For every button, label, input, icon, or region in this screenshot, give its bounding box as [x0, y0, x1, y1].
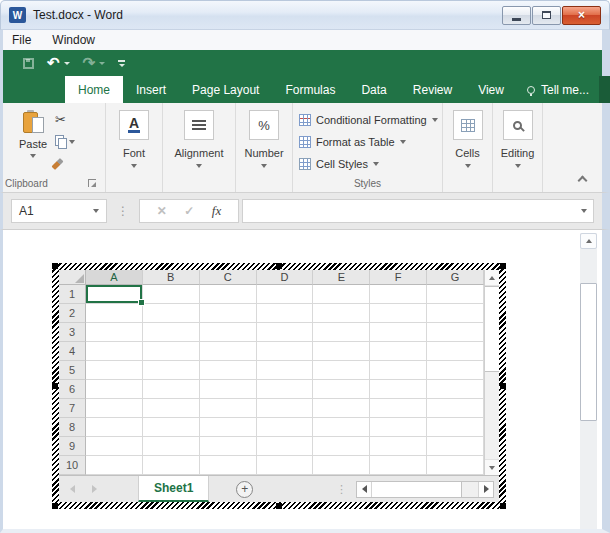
title-bar[interactable]: W Test.docx - Word ×	[0, 0, 610, 30]
cell-b1[interactable]	[143, 285, 200, 304]
row-header-9[interactable]: 9	[59, 437, 86, 456]
cell-g10[interactable]	[427, 456, 484, 475]
editing-group-button[interactable]: Editing	[493, 103, 543, 192]
menu-item-window[interactable]: Window	[52, 33, 95, 47]
column-header-b[interactable]: B	[143, 270, 200, 285]
row-header-7[interactable]: 7	[59, 399, 86, 418]
resize-handle[interactable]	[500, 263, 506, 269]
resize-handle[interactable]	[52, 503, 58, 509]
cell-g4[interactable]	[427, 342, 484, 361]
row-header-8[interactable]: 8	[59, 418, 86, 437]
column-header-d[interactable]: D	[257, 270, 314, 285]
row-header-3[interactable]: 3	[59, 323, 86, 342]
doc-scroll-thumb[interactable]	[580, 283, 597, 421]
new-sheet-button[interactable]: +	[236, 481, 253, 498]
sheet-bar-drag-handle[interactable]: ⋮	[336, 483, 347, 496]
cut-button[interactable]: ✂	[55, 112, 75, 127]
sheet-vertical-scrollbar[interactable]	[484, 270, 499, 475]
maximize-button[interactable]	[532, 6, 561, 25]
cell-e2[interactable]	[313, 304, 370, 323]
redo-dropdown-icon[interactable]	[99, 62, 105, 65]
cell-f9[interactable]	[370, 437, 427, 456]
cell-b5[interactable]	[143, 361, 200, 380]
tab-page-layout[interactable]: Page Layout	[179, 76, 272, 103]
cell-d9[interactable]	[257, 437, 314, 456]
minimize-button[interactable]	[502, 6, 531, 25]
cell-c5[interactable]	[200, 361, 257, 380]
redo-button[interactable]: ↷	[83, 56, 106, 70]
cell-d3[interactable]	[257, 323, 314, 342]
cells-dropdown-icon[interactable]	[465, 164, 471, 168]
cell-d7[interactable]	[257, 399, 314, 418]
prev-sheet-icon[interactable]	[70, 485, 75, 493]
cell-d10[interactable]	[257, 456, 314, 475]
cell-a5[interactable]	[86, 361, 143, 380]
cell-f2[interactable]	[370, 304, 427, 323]
resize-handle[interactable]	[52, 263, 58, 269]
tab-view[interactable]: View	[465, 76, 517, 103]
cell-g8[interactable]	[427, 418, 484, 437]
resize-handle[interactable]	[276, 503, 282, 509]
cell-c8[interactable]	[200, 418, 257, 437]
next-sheet-icon[interactable]	[92, 485, 97, 493]
tab-insert[interactable]: Insert	[123, 76, 179, 103]
cell-g3[interactable]	[427, 323, 484, 342]
cell-a7[interactable]	[86, 399, 143, 418]
formula-bar-drag-handle[interactable]: ⋮	[117, 204, 129, 218]
menu-item-file[interactable]: File	[12, 33, 31, 47]
row-header-6[interactable]: 6	[59, 380, 86, 399]
conditional-formatting-dropdown-icon[interactable]	[432, 118, 438, 122]
copy-dropdown-icon[interactable]	[69, 140, 75, 144]
cell-a4[interactable]	[86, 342, 143, 361]
formula-input[interactable]	[242, 199, 594, 223]
number-group-button[interactable]: % Number	[236, 103, 293, 192]
cell-styles-button[interactable]: Cell Styles	[299, 153, 438, 175]
cell-f5[interactable]	[370, 361, 427, 380]
column-header-f[interactable]: F	[370, 270, 427, 285]
close-button[interactable]: ×	[562, 6, 601, 25]
collapse-ribbon-icon[interactable]	[578, 176, 588, 186]
scroll-right-button[interactable]	[478, 482, 493, 497]
embedded-excel-object[interactable]: ABCDEFG 12345678910 Sheet1	[52, 263, 506, 509]
select-all-corner[interactable]	[59, 270, 86, 285]
tell-me-button[interactable]: Tell me...	[517, 76, 599, 103]
column-header-e[interactable]: E	[313, 270, 370, 285]
cell-d8[interactable]	[257, 418, 314, 437]
cell-b8[interactable]	[143, 418, 200, 437]
format-as-table-button[interactable]: Format as Table	[299, 131, 438, 153]
cell-e6[interactable]	[313, 380, 370, 399]
alignment-group-button[interactable]: Alignment	[163, 103, 236, 192]
cell-f1[interactable]	[370, 285, 427, 304]
row-header-2[interactable]: 2	[59, 304, 86, 323]
cell-c10[interactable]	[200, 456, 257, 475]
tab-home[interactable]: Home	[65, 76, 123, 103]
cell-c2[interactable]	[200, 304, 257, 323]
scroll-up-button[interactable]	[485, 270, 499, 286]
editing-dropdown-icon[interactable]	[515, 164, 521, 168]
cell-b7[interactable]	[143, 399, 200, 418]
cell-f4[interactable]	[370, 342, 427, 361]
vertical-scroll-thumb[interactable]	[485, 286, 499, 372]
row-header-4[interactable]: 4	[59, 342, 86, 361]
cell-a2[interactable]	[86, 304, 143, 323]
cell-a6[interactable]	[86, 380, 143, 399]
font-group-button[interactable]: A Font	[106, 103, 163, 192]
cell-e10[interactable]	[313, 456, 370, 475]
expand-formula-bar-icon[interactable]	[581, 209, 587, 213]
cell-d1[interactable]	[257, 285, 314, 304]
document-vertical-scrollbar[interactable]	[580, 233, 597, 529]
cell-c3[interactable]	[200, 323, 257, 342]
paste-dropdown-icon[interactable]	[30, 154, 36, 158]
clipboard-dialog-launcher-icon[interactable]	[88, 179, 96, 187]
copy-button[interactable]	[55, 134, 75, 149]
resize-handle[interactable]	[500, 503, 506, 509]
format-as-table-dropdown-icon[interactable]	[400, 140, 406, 144]
cell-e4[interactable]	[313, 342, 370, 361]
row-header-5[interactable]: 5	[59, 361, 86, 380]
cell-b2[interactable]	[143, 304, 200, 323]
cell-e3[interactable]	[313, 323, 370, 342]
cell-b10[interactable]	[143, 456, 200, 475]
column-header-g[interactable]: G	[427, 270, 484, 285]
cell-c6[interactable]	[200, 380, 257, 399]
cell-b3[interactable]	[143, 323, 200, 342]
